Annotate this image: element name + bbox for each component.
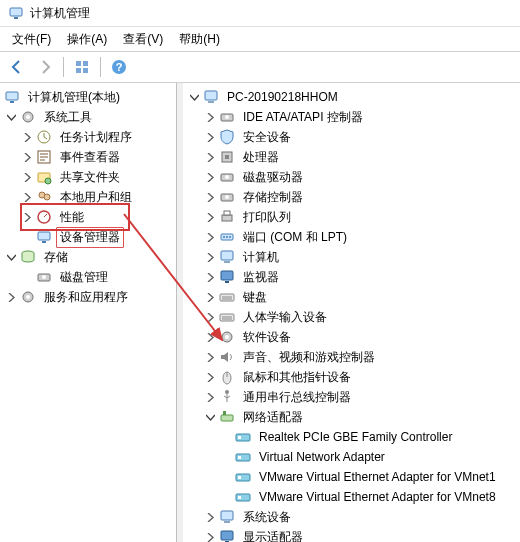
tree-label: 本地用户和组 — [56, 187, 136, 208]
cat-storage-ctrl[interactable]: 存储控制器 — [183, 187, 520, 207]
tree-device-manager[interactable]: 设备管理器 — [0, 227, 176, 247]
expand-toggle[interactable] — [203, 110, 217, 124]
expand-toggle[interactable] — [203, 410, 217, 424]
tree-shared-folders[interactable]: 共享文件夹 — [0, 167, 176, 187]
expand-toggle[interactable] — [203, 330, 217, 344]
expand-toggle[interactable] — [203, 310, 217, 324]
cat-security[interactable]: 安全设备 — [183, 127, 520, 147]
cat-sound[interactable]: 声音、视频和游戏控制器 — [183, 347, 520, 367]
tree-label: 计算机 — [239, 247, 283, 268]
expand-toggle[interactable] — [203, 150, 217, 164]
app-icon — [8, 5, 24, 21]
expand-toggle[interactable] — [20, 210, 34, 224]
nic-item[interactable]: VMware Virtual Ethernet Adapter for VMne… — [183, 487, 520, 507]
chevron-right-icon — [206, 133, 215, 142]
expand-toggle[interactable] — [20, 170, 34, 184]
expand-toggle[interactable] — [203, 170, 217, 184]
expand-toggle[interactable] — [203, 390, 217, 404]
device-tree[interactable]: PC-20190218HHOM IDE ATA/ATAPI 控制器 安全设备 处… — [183, 83, 520, 542]
cat-system-dev[interactable]: 系统设备 — [183, 507, 520, 527]
computer-mgmt-icon — [4, 89, 20, 105]
expand-toggle[interactable] — [203, 190, 217, 204]
cat-mice[interactable]: 鼠标和其他指针设备 — [183, 367, 520, 387]
printer-icon — [219, 209, 235, 225]
menu-view[interactable]: 查看(V) — [115, 29, 171, 50]
tree-label: Realtek PCIe GBE Family Controller — [255, 428, 456, 446]
help-icon — [111, 59, 127, 75]
expand-toggle[interactable] — [4, 110, 18, 124]
expand-toggle[interactable] — [20, 130, 34, 144]
cat-display[interactable]: 显示适配器 — [183, 527, 520, 542]
expand-toggle[interactable] — [203, 370, 217, 384]
tree-event-viewer[interactable]: 事件查看器 — [0, 147, 176, 167]
expand-toggle[interactable] — [203, 250, 217, 264]
computer-icon — [219, 249, 235, 265]
menu-action[interactable]: 操作(A) — [59, 29, 115, 50]
menu-file[interactable]: 文件(F) — [4, 29, 59, 50]
cat-monitors[interactable]: 监视器 — [183, 267, 520, 287]
expand-toggle[interactable] — [203, 210, 217, 224]
chevron-down-icon — [206, 413, 215, 422]
view-grid-button[interactable] — [69, 54, 95, 80]
expand-toggle[interactable] — [203, 510, 217, 524]
port-icon — [219, 229, 235, 245]
nav-back-button[interactable] — [4, 54, 30, 80]
tree-performance[interactable]: 性能 — [0, 207, 176, 227]
tree-task-scheduler[interactable]: 任务计划程序 — [0, 127, 176, 147]
tree-services-apps[interactable]: 服务和应用程序 — [0, 287, 176, 307]
tree-label: 显示适配器 — [239, 527, 307, 543]
nav-forward-button[interactable] — [32, 54, 58, 80]
cat-keyboards[interactable]: 键盘 — [183, 287, 520, 307]
tree-label: 计算机管理(本地) — [24, 87, 124, 108]
expand-toggle[interactable] — [20, 190, 34, 204]
cat-print[interactable]: 打印队列 — [183, 207, 520, 227]
chevron-right-icon — [206, 393, 215, 402]
chevron-right-icon — [206, 253, 215, 262]
tools-icon — [20, 109, 36, 125]
nic-item[interactable]: Realtek PCIe GBE Family Controller — [183, 427, 520, 447]
device-root[interactable]: PC-20190218HHOM — [183, 87, 520, 107]
cat-disk-drives[interactable]: 磁盘驱动器 — [183, 167, 520, 187]
network-icon — [219, 409, 235, 425]
tree-disk-mgmt[interactable]: 磁盘管理 — [0, 267, 176, 287]
forward-icon — [37, 59, 53, 75]
menu-help[interactable]: 帮助(H) — [171, 29, 228, 50]
tree-label: 端口 (COM 和 LPT) — [239, 227, 351, 248]
expand-toggle[interactable] — [203, 530, 217, 542]
cat-usb[interactable]: 通用串行总线控制器 — [183, 387, 520, 407]
expand-toggle[interactable] — [4, 250, 18, 264]
tree-local-users[interactable]: 本地用户和组 — [0, 187, 176, 207]
nic-item[interactable]: VMware Virtual Ethernet Adapter for VMne… — [183, 467, 520, 487]
cat-software-dev[interactable]: 软件设备 — [183, 327, 520, 347]
cat-cpu[interactable]: 处理器 — [183, 147, 520, 167]
mouse-icon — [219, 369, 235, 385]
expand-toggle[interactable] — [203, 350, 217, 364]
tree-storage[interactable]: 存储 — [0, 247, 176, 267]
shield-icon — [219, 129, 235, 145]
expand-toggle[interactable] — [4, 290, 18, 304]
tree-root[interactable]: 计算机管理(本地) — [0, 87, 176, 107]
nic-item[interactable]: Virtual Network Adapter — [183, 447, 520, 467]
expand-toggle[interactable] — [203, 270, 217, 284]
chevron-right-icon — [7, 293, 16, 302]
help-button[interactable] — [106, 54, 132, 80]
chevron-down-icon — [190, 93, 199, 102]
tree-label: 鼠标和其他指针设备 — [239, 367, 355, 388]
expand-toggle[interactable] — [203, 130, 217, 144]
cat-ide[interactable]: IDE ATA/ATAPI 控制器 — [183, 107, 520, 127]
device-manager-icon — [36, 229, 52, 245]
tree-label: PC-20190218HHOM — [223, 88, 342, 106]
expand-toggle[interactable] — [203, 290, 217, 304]
expand-toggle[interactable] — [187, 90, 201, 104]
expand-toggle[interactable] — [203, 230, 217, 244]
cat-network[interactable]: 网络适配器 — [183, 407, 520, 427]
ide-icon — [219, 109, 235, 125]
expand-toggle[interactable] — [20, 150, 34, 164]
cat-hid[interactable]: 人体学输入设备 — [183, 307, 520, 327]
cat-ports[interactable]: 端口 (COM 和 LPT) — [183, 227, 520, 247]
storage-ctrl-icon — [219, 189, 235, 205]
tree-system-tools[interactable]: 系统工具 — [0, 107, 176, 127]
left-tree[interactable]: 计算机管理(本地) 系统工具 任务计划程序 事件查看器 共享文件夹 本地用户和组… — [0, 83, 177, 542]
chevron-right-icon — [206, 293, 215, 302]
cat-computer[interactable]: 计算机 — [183, 247, 520, 267]
